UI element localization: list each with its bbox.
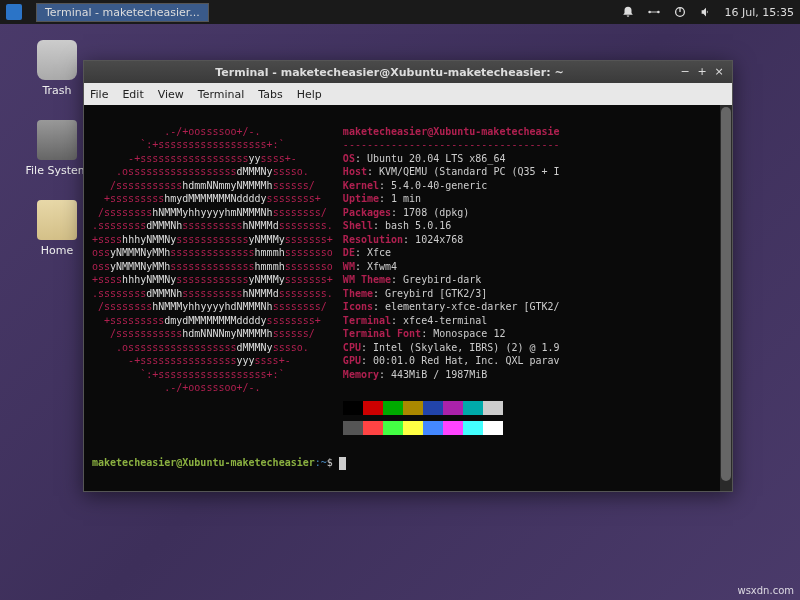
neofetch-info: maketecheasier@Xubuntu-maketecheasie ---… bbox=[343, 125, 560, 435]
clock[interactable]: 16 Jul, 15:35 bbox=[725, 6, 794, 19]
scrollbar-thumb[interactable] bbox=[721, 107, 731, 481]
window-title: Terminal - maketecheasier@Xubuntu-makete… bbox=[104, 66, 675, 79]
terminal-window: Terminal - maketecheasier@Xubuntu-makete… bbox=[83, 60, 733, 492]
notification-icon[interactable] bbox=[621, 5, 635, 19]
menu-help[interactable]: Help bbox=[297, 88, 322, 101]
menubar: File Edit View Terminal Tabs Help bbox=[84, 83, 732, 105]
terminal-output[interactable]: .-/+oossssoo+/-. `:+ssssssssssssssssss+:… bbox=[84, 105, 732, 491]
color-palette-bright bbox=[343, 421, 560, 435]
watermark: wsxdn.com bbox=[737, 585, 794, 596]
desktop-icon-label: Trash bbox=[22, 84, 92, 97]
desktop-icon-filesystem[interactable]: File System bbox=[22, 120, 92, 177]
maximize-button[interactable]: + bbox=[695, 65, 709, 79]
taskbar-label: Terminal - maketecheasier... bbox=[45, 6, 200, 19]
color-palette bbox=[343, 401, 560, 415]
desktop-icon-label: File System bbox=[22, 164, 92, 177]
top-panel: Terminal - maketecheasier... 16 Jul, 15:… bbox=[0, 0, 800, 24]
window-titlebar[interactable]: Terminal - maketecheasier@Xubuntu-makete… bbox=[84, 61, 732, 83]
desktop-icon-home[interactable]: Home bbox=[22, 200, 92, 257]
shell-prompt[interactable]: maketecheasier@Xubuntu-maketecheasier:~$ bbox=[92, 456, 724, 470]
menu-file[interactable]: File bbox=[90, 88, 108, 101]
minimize-button[interactable]: − bbox=[678, 65, 692, 79]
desktop-icon-label: Home bbox=[22, 244, 92, 257]
whisker-menu-icon[interactable] bbox=[6, 4, 22, 20]
scrollbar[interactable] bbox=[720, 105, 732, 491]
drive-icon bbox=[37, 120, 77, 160]
trash-icon bbox=[37, 40, 77, 80]
volume-icon[interactable] bbox=[699, 5, 713, 19]
menu-edit[interactable]: Edit bbox=[122, 88, 143, 101]
network-icon[interactable] bbox=[647, 5, 661, 19]
close-button[interactable]: × bbox=[712, 65, 726, 79]
menu-tabs[interactable]: Tabs bbox=[258, 88, 282, 101]
desktop-icon-trash[interactable]: Trash bbox=[22, 40, 92, 97]
cursor-icon bbox=[339, 457, 346, 470]
menu-terminal[interactable]: Terminal bbox=[198, 88, 245, 101]
neofetch-ascii-art: .-/+oossssoo+/-. `:+ssssssssssssssssss+:… bbox=[92, 125, 333, 435]
menu-view[interactable]: View bbox=[158, 88, 184, 101]
power-icon[interactable] bbox=[673, 5, 687, 19]
folder-icon bbox=[37, 200, 77, 240]
taskbar-item-terminal[interactable]: Terminal - maketecheasier... bbox=[36, 3, 209, 22]
